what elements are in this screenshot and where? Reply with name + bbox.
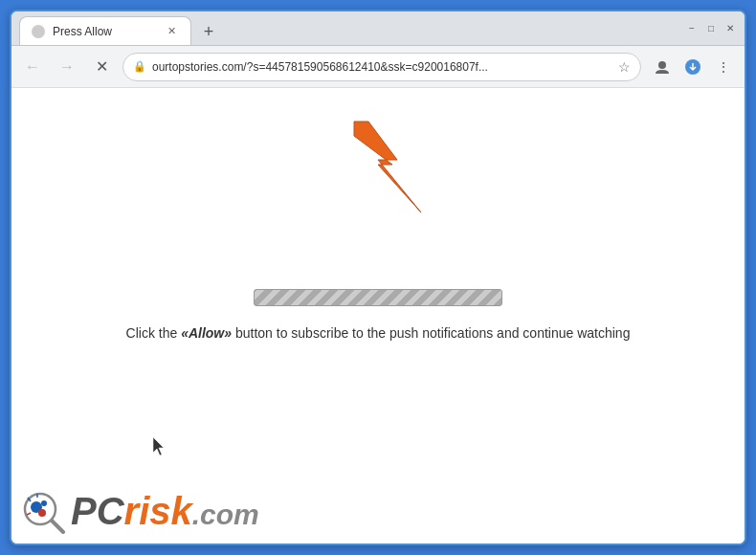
toolbar: ← → ✕ 🔒 ourtopstories.com/?s=44578159056… <box>11 46 745 88</box>
download-icon[interactable] <box>679 54 706 80</box>
reload-stop-button[interactable]: ✕ <box>88 54 115 80</box>
forward-button[interactable]: → <box>54 54 80 80</box>
url-text: ourtopstories.com/?s=445781590568612410&… <box>152 60 612 74</box>
lock-icon: 🔒 <box>133 60 146 73</box>
title-bar: Press Allow ✕ + − □ ✕ <box>11 11 745 46</box>
window-close-button[interactable]: ✕ <box>723 22 737 35</box>
menu-button[interactable]: ⋮ <box>710 54 737 80</box>
toolbar-icons: ⋮ <box>649 54 737 80</box>
pcrisk-logo: PCrisk.com <box>21 488 259 534</box>
risk-text: risk <box>124 490 192 533</box>
tab-area: Press Allow ✕ + <box>19 11 674 45</box>
svg-point-8 <box>41 500 47 506</box>
new-tab-button[interactable]: + <box>195 18 222 45</box>
minimize-button[interactable]: − <box>685 22 699 35</box>
dotcom-text: .com <box>192 499 259 531</box>
address-bar[interactable]: 🔒 ourtopstories.com/?s=44578159056861241… <box>122 53 641 81</box>
tab-favicon <box>32 25 45 38</box>
tab-close-button[interactable]: ✕ <box>164 24 179 39</box>
progress-bar <box>254 289 502 306</box>
pcrisk-text-container: PCrisk.com <box>71 490 259 533</box>
mouse-cursor <box>153 437 167 460</box>
active-tab[interactable]: Press Allow ✕ <box>19 16 191 45</box>
svg-point-1 <box>658 61 666 69</box>
back-button[interactable]: ← <box>19 54 46 80</box>
allow-keyword: «Allow» <box>181 325 232 341</box>
arrow-indicator <box>349 117 445 235</box>
svg-point-0 <box>33 27 43 36</box>
pcrisk-icon <box>21 488 67 534</box>
profile-button[interactable] <box>649 54 676 80</box>
page-content: Click the «Allow» button to subscribe to… <box>11 88 745 544</box>
bookmark-star-icon[interactable]: ☆ <box>618 59 631 75</box>
tab-title: Press Allow <box>53 25 156 38</box>
maximize-button[interactable]: □ <box>704 22 718 35</box>
window-controls: − □ ✕ <box>685 22 737 35</box>
pc-text: PC <box>71 490 124 533</box>
instructions-text: Click the «Allow» button to subscribe to… <box>126 323 631 344</box>
browser-window: Press Allow ✕ + − □ ✕ ← → ✕ 🔒 ourtopstor… <box>10 10 746 545</box>
svg-point-7 <box>38 509 46 517</box>
